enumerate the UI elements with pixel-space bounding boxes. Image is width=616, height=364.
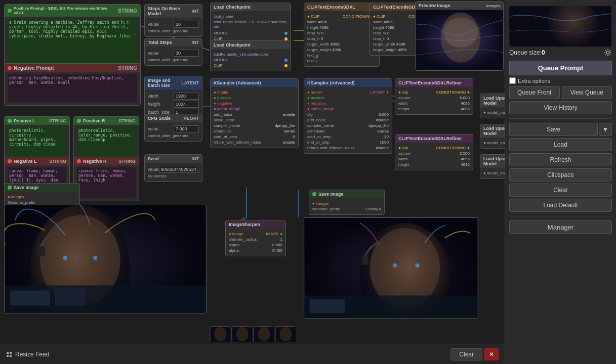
thumb-2[interactable] (231, 326, 252, 341)
neg-r-type: STRING (118, 159, 136, 164)
positive-prompt-textarea[interactable]: a brain powering a machine, Jeffrey smit… (8, 19, 137, 64)
sampler-label: sampler_name (214, 123, 240, 128)
height-value: 4096 (461, 107, 470, 111)
total-steps-node: Total Steps INT value control_after_gene… (144, 38, 202, 66)
seed-value-input[interactable] (159, 166, 199, 173)
neg-r-textarea[interactable]: canvas frame, human, person, man, woman,… (77, 167, 136, 198)
thumb-1[interactable] (210, 326, 230, 341)
load-button[interactable]: Load (509, 138, 612, 151)
alpha-row: alpha 0.400 (229, 248, 282, 253)
svg-rect-20 (37, 246, 45, 256)
canvas-area[interactable]: Positive Prompt - SDXL 0.9 Pre-release-w… (0, 0, 505, 344)
value-label: value (148, 167, 159, 172)
clip-label: ● CLIP (373, 14, 386, 19)
width-row: width (148, 93, 199, 100)
steps-base-value-input[interactable] (174, 21, 199, 28)
svg-point-15 (63, 256, 67, 260)
svg-point-11 (443, 18, 478, 48)
start-label: start_at_step (214, 134, 237, 139)
start-value: 20 (384, 134, 389, 139)
ks1-return-row: return_with_leftover_noise enable (214, 140, 295, 145)
pos-l-textarea[interactable]: photorealistic, circuitry, motherboard, … (8, 127, 66, 157)
manager-button[interactable]: Manager (509, 220, 612, 234)
bottom-clear-button[interactable]: Clear (450, 348, 482, 360)
seed-value-row: value (148, 166, 199, 173)
width-row: width 4096 (307, 20, 376, 24)
clip-refiner-1-content: ● clip CONDITIONING ● ascore 6.000 width… (395, 87, 473, 114)
prefix-row: filename_prefix ComfyUI (312, 207, 381, 211)
rp-preview-svg (509, 6, 612, 47)
thumb-3[interactable] (253, 326, 273, 341)
preview-svg (416, 10, 503, 70)
seed-node: Seed INT value randomize (144, 154, 202, 182)
ks2-scheduler-row: scheduler karras (307, 129, 389, 133)
large-preview-1-svg (5, 205, 206, 313)
negative-prompt-node: Negative Prompt STRING embedding:EasyNeg… (4, 63, 141, 106)
ks2-cfg-row: cfg 6.000 (307, 112, 389, 117)
model-label: MODEL (214, 31, 228, 35)
neg-l-type: STRING (49, 159, 66, 164)
ks2-start-row: start_at_step 20 (307, 134, 389, 139)
return-label: return_with_leftover_noise (214, 140, 261, 145)
bottom-close-button[interactable]: ✕ (484, 348, 499, 360)
cfg-value-input[interactable] (174, 125, 199, 132)
add-noise-value: enable (283, 112, 295, 117)
steps-base-type: INT (192, 9, 199, 14)
save-button[interactable]: Save (509, 123, 598, 136)
queue-front-button[interactable]: Queue Front (509, 86, 560, 99)
svg-point-24 (393, 263, 397, 267)
svg-point-38 (543, 6, 599, 47)
svg-point-25 (416, 263, 420, 267)
cfg-scale-title: CFG Scale (148, 116, 171, 121)
pos-r-textarea[interactable]: photorealistic, color_range, positive, d… (77, 127, 136, 157)
height-value: 4096 (461, 162, 470, 167)
sr-row: sharpen_radius 1 (229, 237, 282, 242)
cond-out: CONDITIONING ● (436, 90, 470, 95)
load-default-button[interactable]: Load Default (509, 199, 612, 212)
queue-prompt-button[interactable]: Queue Prompt (509, 61, 612, 75)
load-upscale-3-node: Load Upscale Model ● model_name (480, 154, 505, 179)
extra-options-label: Extra options (518, 78, 550, 84)
clear-button[interactable]: Clear (509, 184, 612, 197)
save-arrow-button[interactable]: ▼ (599, 123, 612, 136)
total-steps-header: Total Steps INT (145, 38, 202, 47)
save-2-title: Save Image (318, 192, 344, 197)
view-queue-button[interactable]: View Queue (562, 86, 612, 99)
total-steps-title: Total Steps (148, 40, 172, 45)
height-label: height (148, 102, 160, 107)
cfg-control-row: control_after_generate (148, 133, 199, 138)
clip-refiner-2-header: CLIPTextEncodeSDXLRefiner (395, 134, 473, 143)
gear-icon[interactable] (604, 49, 612, 57)
width-input[interactable] (174, 93, 199, 100)
view-history-button[interactable]: View History (509, 101, 612, 114)
cfg-label: cfg (307, 112, 313, 117)
refresh-button[interactable]: Refresh (509, 153, 612, 166)
pos-r-title: Positive R (83, 118, 105, 123)
negative-prompt-textarea[interactable]: embedding:EasyNegative, embedding:EasyNe… (8, 74, 137, 102)
control-label: control_after_generate (148, 133, 189, 138)
add-noise-label: add_noise (214, 112, 232, 117)
img-batch-node: Image and batch size LATENT width height… (144, 76, 202, 119)
clipspace-button[interactable]: Clipspace (509, 168, 612, 181)
preview-node: Preview Image images (415, 1, 504, 71)
extra-options-checkbox[interactable] (509, 77, 516, 84)
pos-l-type: STRING (49, 118, 66, 123)
resize-feed-icon (6, 351, 12, 357)
pos-r-type: STRING (118, 118, 136, 123)
height-input[interactable] (174, 101, 199, 108)
clip-port (284, 37, 288, 40)
upscale-2-header: Load Upscale Model (480, 124, 505, 138)
sampler-label: sampler_name (307, 123, 334, 128)
sigma-row: sigma 0.500 (229, 243, 282, 247)
latent-in: ● latent_image (307, 107, 334, 111)
end-value: 1000 (380, 140, 389, 145)
save-image-2-node: Save Image ● images filename_prefix Comf… (309, 190, 385, 215)
ks1-pos-row: ● positive (214, 96, 295, 100)
separator-2 (509, 216, 612, 216)
thumb-4[interactable] (275, 326, 295, 341)
images-label: ● images (8, 195, 24, 199)
save-2-header: Save Image (309, 190, 384, 198)
cfg-scale-content: value control_after_generate (145, 122, 202, 141)
dot (77, 159, 81, 163)
total-steps-value-input[interactable] (174, 50, 199, 57)
